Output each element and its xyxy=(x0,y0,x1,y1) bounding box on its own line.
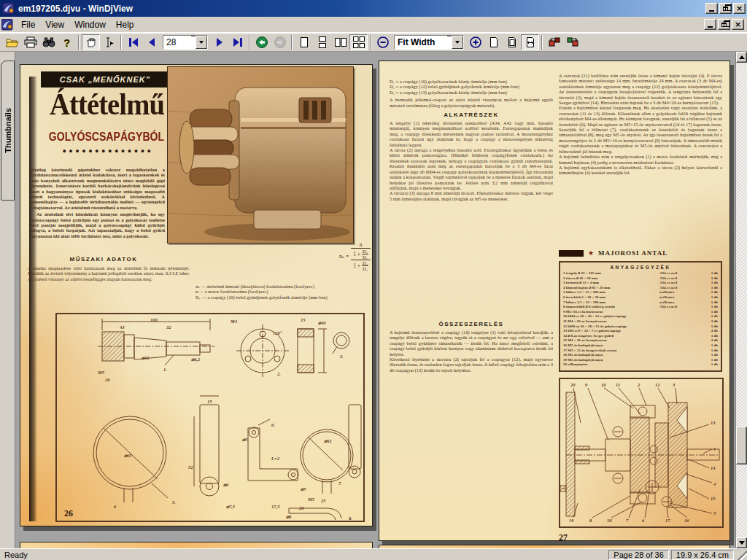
zoom-value[interactable]: Fit Width xyxy=(395,36,447,49)
page-27: D₁ = a csapágy (10) golyókosarának közép… xyxy=(379,61,730,541)
menu-view[interactable]: View xyxy=(40,18,69,31)
parts-cell: A34-es acél xyxy=(659,281,700,286)
workspace: Thumbnails CSAK „MENŐKNEK” Áttételmű GOL… xyxy=(0,52,747,548)
help-button[interactable]: ? xyxy=(58,34,76,50)
parts-cell: 1 db xyxy=(700,300,718,306)
child-close-button[interactable]: × xyxy=(732,19,744,30)
drawing-label: 25 xyxy=(321,498,326,503)
parts-cell: 1 db xyxy=(700,295,718,300)
dots-divider: ●●●●●●●●●●●●●● xyxy=(36,147,179,155)
scroll-up-button[interactable] xyxy=(736,52,747,63)
previous-page-icon xyxy=(147,37,157,47)
layout-continuous-button[interactable] xyxy=(313,34,331,50)
drawing-label: 26 xyxy=(105,377,110,382)
drawing-label: ⌀7,5 xyxy=(226,504,235,510)
hand-tool-button[interactable] xyxy=(82,34,100,50)
drawing-label: 17,5 xyxy=(271,504,279,509)
back-button[interactable] xyxy=(252,34,271,50)
find-button[interactable] xyxy=(39,34,58,50)
document-icon xyxy=(1,19,13,31)
parts-cell: 12 6000-as 10 × 28 × 15-ös golyóscsapágy xyxy=(563,324,659,330)
fit-page-button[interactable] xyxy=(503,34,521,50)
next-page-button[interactable] xyxy=(210,34,228,50)
osszeszereles-heading: ÖSSZESZERELÉS xyxy=(390,321,553,327)
parts-cell: 3 db xyxy=(700,319,718,324)
parts-cell: 18 M5-ös hatlapfejű anya xyxy=(563,353,659,358)
parts-cell: 1 db xyxy=(700,290,718,295)
child-restore-button[interactable] xyxy=(718,19,730,30)
thumbnails-tab[interactable]: Thumbnails xyxy=(1,61,15,201)
parts-row: 2 tárcsa ⌀ 42 × 18 mmA34-es acél1 db xyxy=(563,276,718,281)
first-page-button[interactable] xyxy=(124,34,142,50)
rotate-right-button[interactable] xyxy=(563,34,581,50)
parts-cell: 1 db xyxy=(700,281,718,286)
page-number-value[interactable]: 28 xyxy=(163,36,191,49)
zoom-out-icon xyxy=(376,36,390,49)
parts-cell: 5 bilincs 1,5 × 15 × 280 mm xyxy=(563,290,659,295)
rotate-left-button[interactable] xyxy=(545,34,563,50)
document-viewport[interactable]: CSAK „MENŐKNEK” Áttételmű GOLYÓSCSAPÁGYB… xyxy=(15,52,735,548)
parts-cell xyxy=(659,338,700,343)
parts-cell xyxy=(659,329,700,334)
muszaki-adatok-text: A munka megkezdése előtt határozzuk meg … xyxy=(28,265,190,308)
drawing-label: 7. xyxy=(338,481,342,486)
article-subtitle: GOLYÓSCSAPÁGYBÓL xyxy=(44,131,169,144)
child-minimize-button[interactable] xyxy=(704,19,716,30)
zoom-combobox[interactable]: Fit Width xyxy=(394,35,464,50)
zoom-in-icon xyxy=(469,36,482,49)
toolbar: ? 28 xyxy=(0,33,747,52)
parts-cell: A34-es acél xyxy=(659,305,700,310)
print-button[interactable] xyxy=(21,34,39,50)
parts-list-table: ANYAGJEGYZÉK 1 tengely ⌀ 22 × 105 mmA34-… xyxy=(559,261,722,372)
page-number-combobox[interactable]: 28 xyxy=(163,35,208,50)
drawing-label: ⌀62 xyxy=(324,438,331,444)
zoom-out-button[interactable] xyxy=(374,34,392,50)
status-page-size: 19.9 x 26.4 cm xyxy=(671,550,734,560)
actual-size-button[interactable] xyxy=(484,34,503,50)
drawing-label: 2 xyxy=(638,382,640,387)
drawing-label: 14 xyxy=(711,465,716,470)
restore-button[interactable] xyxy=(719,3,732,14)
windjview-app-icon xyxy=(3,3,15,15)
page-number-dropdown-button[interactable] xyxy=(196,36,207,49)
right-page-column-1: D₁ = a csapágy (10) golyókosarának közép… xyxy=(390,79,553,485)
menu-window[interactable]: Window xyxy=(69,18,111,31)
zoom-in-button[interactable] xyxy=(466,34,484,50)
fit-width-button[interactable] xyxy=(521,34,539,50)
scrollbar-thumb[interactable] xyxy=(736,427,747,464)
article-banner: CSAK „MENŐKNEK” xyxy=(41,71,169,88)
minimize-icon xyxy=(709,10,714,12)
forward-button[interactable] xyxy=(271,34,289,50)
menu-help[interactable]: Help xyxy=(111,18,139,31)
parts-row: 17 M3 × 15-ös hengeresfejű csavar1 db xyxy=(563,349,718,354)
parts-drawing-panel: 1004332M526⌀10⌀6,21.M4120°2.⌀40153.⌀655.… xyxy=(55,313,365,522)
drawing-label: 32 xyxy=(166,324,171,330)
open-button[interactable] xyxy=(3,34,21,50)
close-button[interactable]: × xyxy=(733,3,746,14)
parts-cell: 1 db xyxy=(700,343,718,349)
title-bar[interactable]: em197205.djvu - WinDjView × xyxy=(0,0,747,17)
formula-numerator: n xyxy=(357,241,365,248)
layout-facing-button[interactable] xyxy=(331,34,349,50)
parts-cell xyxy=(659,343,700,349)
zoom-dropdown-button[interactable] xyxy=(452,36,463,49)
layout-continuous-facing-button[interactable] xyxy=(349,34,368,50)
drawing-label: L=2 xyxy=(271,456,279,461)
drawing-label: 17 xyxy=(665,518,670,523)
resize-grip[interactable] xyxy=(737,550,747,560)
minimize-button[interactable] xyxy=(705,3,718,14)
drawing-label: 3 xyxy=(673,382,675,387)
next-page-icon xyxy=(214,37,225,47)
select-text-tool-button[interactable] xyxy=(100,34,118,50)
restore-icon xyxy=(723,7,728,11)
vertical-scrollbar[interactable] xyxy=(735,52,747,548)
previous-page-button[interactable] xyxy=(142,34,160,50)
drawing-label: 8 xyxy=(589,518,592,523)
last-page-button[interactable] xyxy=(228,34,247,50)
menu-file[interactable]: File xyxy=(16,18,40,31)
page-number-27: 27 xyxy=(559,532,568,541)
layout-single-page-button[interactable] xyxy=(295,34,313,50)
scroll-down-button[interactable] xyxy=(736,537,747,548)
scroll-up-icon xyxy=(739,52,745,59)
parts-row: 9 M5×10-es hernyócsavar1 db xyxy=(563,310,718,315)
